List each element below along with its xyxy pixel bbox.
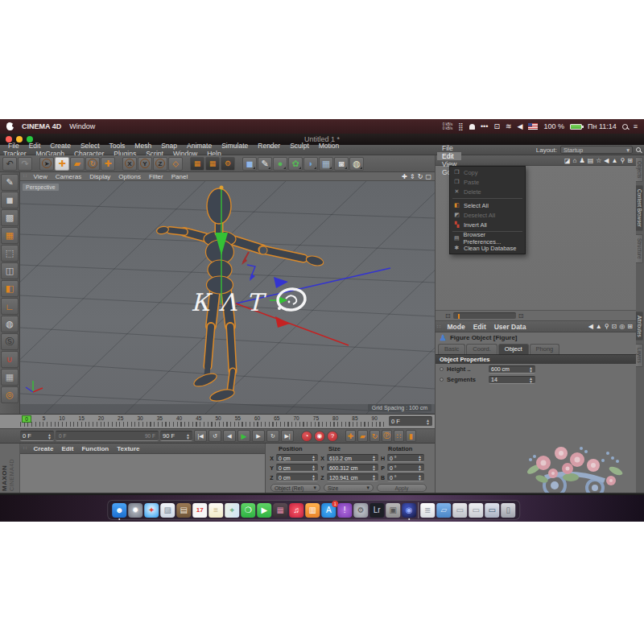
attribute-tab[interactable]: Basic bbox=[438, 344, 465, 354]
rotation-field[interactable]: 0 °▲▼ bbox=[387, 454, 424, 462]
toolbar-button-render-view[interactable]: ▦ bbox=[190, 157, 204, 171]
dock-item-finder[interactable]: ☻ bbox=[112, 503, 126, 518]
transport-button-previous-frame[interactable]: ◀ bbox=[223, 430, 236, 442]
app-menu-item[interactable]: Render bbox=[253, 142, 285, 150]
dock-item-lightroom[interactable]: Lr bbox=[369, 503, 384, 518]
side-tab[interactable]: Attributes bbox=[636, 312, 643, 341]
app-menu-item[interactable]: Animate bbox=[182, 142, 217, 150]
size-field[interactable]: 120.941 cm▲▼ bbox=[327, 473, 378, 481]
app-menu-item[interactable]: File bbox=[3, 142, 24, 150]
spotlight-search-icon[interactable] bbox=[622, 124, 628, 130]
material-menu-item[interactable]: Create bbox=[29, 445, 57, 452]
mode-button-magnet[interactable]: ∪ bbox=[1, 351, 19, 368]
toolbar-button-add-environment[interactable]: ◗ bbox=[303, 157, 318, 171]
attribute-tab[interactable]: Object bbox=[498, 344, 529, 354]
toolbar-button-add-cube-object[interactable]: ◼ bbox=[242, 157, 257, 171]
toolbar-button-add-light[interactable]: ◍ bbox=[349, 157, 364, 171]
large-thumbnail-icon[interactable]: ⊡ bbox=[518, 312, 524, 320]
dock-item-installer[interactable]: ▣ bbox=[386, 503, 400, 518]
attribute-toolbar-icon-tracking[interactable]: ◎ bbox=[619, 323, 625, 330]
size-field[interactable]: 600.312 cm▲▼ bbox=[327, 464, 378, 472]
material-menu-item[interactable]: Edit bbox=[57, 445, 77, 452]
dock-item-launchpad[interactable]: ✹ bbox=[128, 503, 142, 518]
dock-item-photo-booth[interactable]: ▦ bbox=[273, 503, 287, 518]
side-tab[interactable]: Layers bbox=[636, 344, 643, 367]
browser-menu-item[interactable]: File bbox=[437, 144, 461, 152]
menu-item[interactable] bbox=[452, 198, 522, 199]
keyframe-dot-icon[interactable] bbox=[440, 367, 444, 371]
toolbar-button-add-deformer[interactable]: ✿ bbox=[288, 157, 303, 171]
toolbar-button-add-spline[interactable]: ✎ bbox=[258, 157, 272, 171]
macos-app-menu[interactable]: CINEMA 4D bbox=[22, 122, 61, 130]
viewport-menu-item[interactable]: View bbox=[29, 173, 51, 180]
transport-button-key-parameter[interactable]: Ⓟ bbox=[382, 430, 392, 442]
mode-button-workplane-mode[interactable]: ▦ bbox=[1, 227, 19, 244]
dock-item-calendar[interactable]: 17 bbox=[192, 503, 207, 518]
viewport-nav-pan[interactable]: ✚ bbox=[402, 173, 407, 180]
panel-drag-handle[interactable]: ∷ bbox=[437, 324, 441, 330]
dock-item[interactable] bbox=[418, 502, 419, 518]
dock-item-app-store[interactable]: A 1 bbox=[321, 503, 336, 518]
transport-button-record-active-objects[interactable]: ◔ bbox=[301, 431, 312, 442]
keyframe-dot-icon[interactable] bbox=[440, 378, 444, 382]
toolbar-button-rotate-tool[interactable]: ↻ bbox=[85, 157, 100, 171]
timeline-ruler[interactable]: 051015202530354045505560657075808590 0 0… bbox=[0, 414, 435, 428]
toolbar-button-add-generator[interactable]: ● bbox=[273, 157, 287, 171]
toolbar-button-add-camera[interactable]: ◙ bbox=[334, 157, 349, 171]
current-frame-field[interactable]: 0 F▲▼ bbox=[389, 416, 432, 427]
toolbar-button-coordinate-system[interactable]: ⬦ bbox=[168, 157, 183, 171]
viewport-nav-maximize-view[interactable]: ▢ bbox=[425, 173, 431, 180]
transport-button-key-scale[interactable]: ▰ bbox=[357, 430, 368, 442]
mode-button-points-mode[interactable]: ⬚ bbox=[1, 245, 19, 262]
toolbar-button-render-to-picture-viewer[interactable]: ▦ bbox=[205, 157, 220, 171]
attribute-menu-item[interactable]: Edit bbox=[469, 323, 490, 331]
menu-item[interactable]: ◩Deselect All bbox=[450, 210, 525, 220]
menu-item[interactable]: ❐Copy bbox=[450, 167, 525, 177]
transport-button-goto-start[interactable]: |◀ bbox=[194, 430, 207, 442]
browser-toolbar-icon-search[interactable]: ⚲ bbox=[620, 157, 625, 164]
material-menu-item[interactable]: Texture bbox=[113, 445, 143, 452]
viewport-nav-rotate-view[interactable]: ↻ bbox=[418, 173, 423, 180]
macos-window-menu[interactable]: Window bbox=[69, 122, 95, 130]
viewport-menu-item[interactable]: Options bbox=[114, 173, 145, 180]
viewport-menu-item[interactable]: Cameras bbox=[52, 173, 85, 180]
attribute-tab[interactable]: Coord. bbox=[466, 344, 497, 354]
app-menu-item[interactable]: Tools bbox=[105, 142, 130, 150]
transport-button[interactable] bbox=[340, 430, 344, 442]
attribute-menu-item[interactable]: Mode bbox=[443, 323, 469, 331]
browser-toolbar-icon-sketch[interactable]: ◪ bbox=[564, 157, 571, 164]
attribute-toolbar-icon-search[interactable]: ⚲ bbox=[605, 323, 609, 330]
dock-item-folder[interactable]: ▱ bbox=[436, 503, 451, 518]
side-tab[interactable]: Structure bbox=[636, 234, 643, 263]
browser-toolbar-icon-up[interactable]: ▲ bbox=[612, 157, 618, 164]
material-list-area[interactable] bbox=[20, 454, 265, 493]
layout-dropdown[interactable]: Startup▾ bbox=[560, 146, 633, 154]
browser-menu-item[interactable]: Edit bbox=[437, 152, 461, 160]
thumbnail-size-slider[interactable] bbox=[453, 312, 516, 319]
dock-item-trash[interactable]: ▯ bbox=[501, 503, 515, 518]
rotation-field[interactable]: 0 °▲▼ bbox=[387, 473, 424, 481]
viewport[interactable]: КΛТ Perspective Grid Spacing : 100 cm bbox=[20, 181, 435, 414]
size-field[interactable]: 610.2 cm▲▼ bbox=[327, 454, 378, 462]
position-field[interactable]: 0 cm▲▼ bbox=[276, 454, 318, 462]
attribute-toolbar-icon-history-forward[interactable]: ▲ bbox=[596, 323, 602, 330]
command-search-icon[interactable] bbox=[636, 147, 641, 152]
browser-toolbar-icon-home[interactable]: ⌂ bbox=[573, 157, 577, 164]
toolbar-button-lock-z-axis[interactable]: Z bbox=[153, 157, 167, 171]
mode-button-enable-axis[interactable]: ∟ bbox=[1, 298, 19, 315]
toolbar-button[interactable] bbox=[116, 157, 122, 171]
app-menu-item[interactable]: Simulate bbox=[217, 142, 253, 150]
toolbar-button[interactable] bbox=[184, 157, 189, 171]
mode-button-planar-workplane[interactable]: ◎ bbox=[1, 386, 19, 403]
transport-button-autokeying[interactable]: ◉ bbox=[314, 431, 325, 442]
viewport-nav-zoom[interactable]: ⇕ bbox=[410, 173, 415, 180]
app-menu-item[interactable]: Sculpt bbox=[285, 142, 314, 150]
network-meter[interactable]: 0 kB/s0 kB/s bbox=[443, 122, 453, 130]
notification-bell-icon[interactable] bbox=[469, 124, 475, 130]
browser-toolbar-icon-favorites[interactable]: ☆ bbox=[596, 157, 601, 164]
app-menu-item[interactable]: Mesh bbox=[130, 142, 156, 150]
app-menu-item[interactable]: Snap bbox=[156, 142, 182, 150]
transport-button-play-backward[interactable]: ↺ bbox=[208, 430, 221, 442]
camera-label[interactable]: Perspective bbox=[23, 184, 59, 191]
apple-menu-icon[interactable] bbox=[6, 122, 14, 130]
